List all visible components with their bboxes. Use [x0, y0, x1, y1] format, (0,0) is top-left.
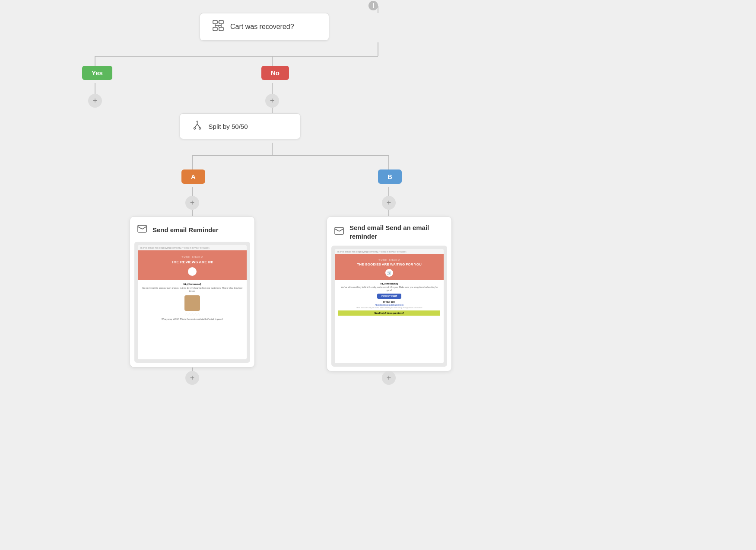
svg-rect-20: [213, 20, 217, 24]
workflow-icon: [212, 19, 224, 34]
svg-point-31: [199, 128, 201, 129]
svg-rect-33: [138, 225, 146, 232]
svg-rect-23: [219, 27, 223, 31]
split-node[interactable]: Split by 50/50: [180, 113, 301, 139]
view-cart-btn: VIEW MY CART: [377, 294, 402, 299]
svg-rect-22: [213, 27, 217, 31]
top-connector-dot: [368, 1, 378, 10]
email-card-b[interactable]: Send email Send an email reminder Is thi…: [327, 216, 452, 371]
email-b-preview: Is this email not displaying correctly? …: [331, 246, 447, 367]
mail-icon-a: [137, 224, 147, 237]
no-badge[interactable]: No: [261, 66, 289, 80]
a-add-button[interactable]: +: [185, 196, 199, 210]
email-card-a[interactable]: Send email Reminder Is this email not di…: [130, 216, 255, 368]
email-a-hero-icon: ✤: [188, 267, 197, 276]
email-a-hero: YOUR BRAND THE REVIEWS ARE IN! ✤: [138, 250, 247, 280]
split-icon: [192, 120, 203, 133]
b-badge[interactable]: B: [378, 169, 402, 184]
a-bottom-add-button[interactable]: +: [185, 371, 199, 385]
cart-recovered-node[interactable]: Cart was recovered?: [200, 13, 329, 41]
email-b-hero-icon: 🛒: [385, 269, 393, 277]
email-card-a-header: Send email Reminder: [130, 217, 254, 242]
email-a-body: Hi, {firstname} We don't want to sing ou…: [138, 280, 247, 323]
email-a-stars: ☆☆☆☆☆: [141, 313, 243, 317]
email-b-topbar: Is this email not displaying correctly? …: [335, 249, 444, 254]
yes-badge[interactable]: Yes: [82, 66, 112, 80]
email-b-hero: YOUR BRAND THE GOODIES ARE WAITING FOR Y…: [335, 254, 444, 280]
split-label: Split by 50/50: [209, 123, 248, 130]
svg-point-30: [194, 128, 196, 129]
email-a-title: Send email Reminder: [152, 226, 219, 234]
svg-rect-21: [219, 20, 223, 24]
b-bottom-add-button[interactable]: +: [382, 371, 396, 385]
mail-icon-b: [334, 226, 344, 239]
email-b-body: Hi, {firstname} You've left something be…: [335, 280, 444, 318]
b-add-button[interactable]: +: [382, 196, 396, 210]
a-badge[interactable]: A: [181, 169, 205, 184]
workflow-canvas: Cart was recovered? Yes No + + Split by …: [0, 0, 756, 550]
yes-add-button[interactable]: +: [88, 94, 102, 108]
cart-recovered-label: Cart was recovered?: [230, 23, 294, 31]
email-b-title: Send email Send an email reminder: [349, 224, 445, 240]
no-add-button[interactable]: +: [265, 94, 279, 108]
svg-rect-34: [335, 227, 343, 234]
email-a-preview: Is this email not displaying correctly? …: [134, 242, 250, 363]
email-a-person-img: [184, 295, 200, 311]
email-a-topbar: Is this email not displaying correctly? …: [138, 245, 247, 250]
email-card-b-header: Send email Send an email reminder: [327, 217, 451, 246]
